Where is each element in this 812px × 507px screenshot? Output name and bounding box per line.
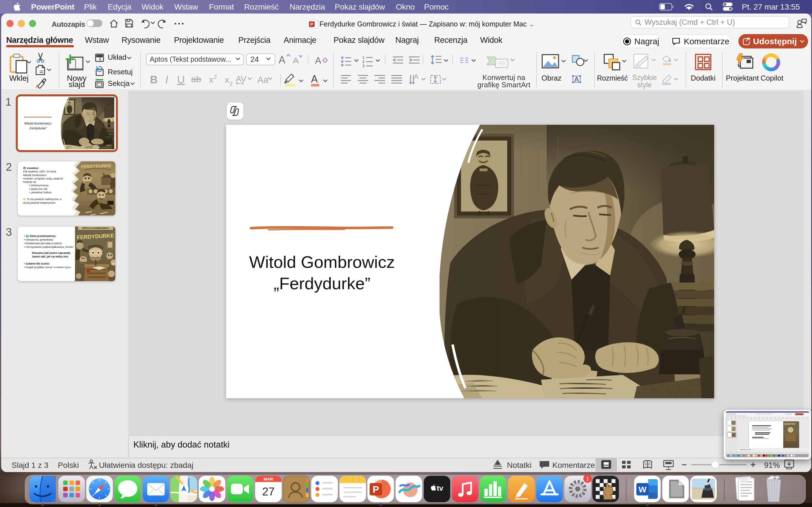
svg-text:2: 2 (362, 59, 364, 64)
svg-text:x: x (209, 75, 213, 85)
svg-text:A: A (315, 55, 321, 66)
svg-text:2: 2 (230, 80, 233, 87)
svg-text:Aptos (Tekst podstawow...: Aptos (Tekst podstawow... (150, 55, 231, 63)
svg-text:WITOLD GOMBROWICZ: WITOLD GOMBROWICZ (82, 227, 109, 230)
svg-text:ab: ab (191, 74, 201, 84)
svg-text:MAR: MAR (264, 476, 273, 482)
svg-text:W: W (639, 485, 647, 494)
svg-text:A: A (574, 75, 579, 83)
svg-text:A: A (414, 73, 418, 80)
svg-text:A: A (278, 54, 285, 66)
svg-text:tv: tv (437, 484, 444, 492)
svg-text:A: A (293, 56, 299, 65)
svg-text:2: 2 (214, 74, 217, 80)
svg-text:style: style (637, 81, 652, 89)
svg-text:Resetuj: Resetuj (108, 68, 133, 76)
svg-text:1: 1 (362, 55, 364, 60)
svg-text:Szybkie: Szybkie (632, 73, 657, 81)
svg-text:24: 24 (250, 55, 259, 64)
svg-text:Aa: Aa (257, 75, 268, 85)
svg-text:27: 27 (262, 485, 275, 498)
svg-text:x: x (225, 75, 229, 85)
svg-text:1: 1 (586, 476, 589, 482)
svg-text:slajd: slajd (68, 80, 85, 89)
svg-text:Projektant: Projektant (726, 74, 759, 82)
svg-text:P: P (373, 484, 379, 495)
svg-text:A: A (311, 73, 318, 85)
svg-text:Dodatki: Dodatki (691, 74, 716, 82)
svg-text:Sekcja: Sekcja (108, 79, 130, 88)
svg-text:grafikę SmartArt: grafikę SmartArt (477, 80, 530, 89)
svg-text:AV: AV (236, 74, 246, 83)
svg-text:Wklej: Wklej (9, 74, 29, 82)
svg-text:I: I (165, 74, 168, 86)
svg-text:Rozmieść: Rozmieść (597, 74, 628, 82)
svg-text:Układ: Układ (108, 53, 126, 61)
svg-text:P: P (310, 22, 313, 26)
svg-text:Obraz: Obraz (542, 74, 562, 82)
svg-text:„Ferdydurke”: „Ferdydurke” (29, 126, 47, 130)
svg-text:3: 3 (362, 64, 364, 68)
svg-text:Witold Gombrowicz: Witold Gombrowicz (24, 122, 51, 125)
svg-text:Copilot: Copilot (761, 74, 784, 82)
svg-text:U: U (177, 74, 185, 86)
svg-text:B: B (150, 74, 158, 86)
